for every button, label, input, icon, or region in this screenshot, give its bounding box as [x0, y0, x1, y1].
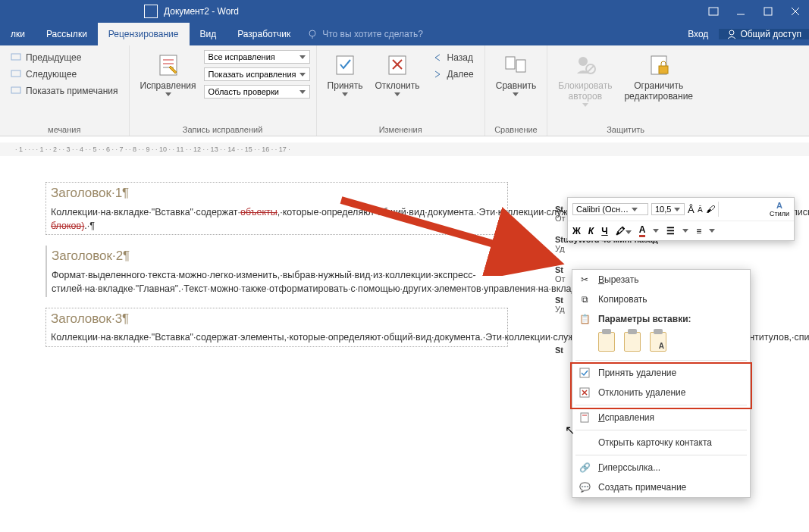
tell-me-label: Что вы хотите сделать?	[322, 29, 423, 39]
comment-icon	[11, 70, 21, 79]
ribbon-display-icon[interactable]	[700, 0, 727, 23]
group-label: Защитить	[552, 124, 699, 134]
paste-options: A	[572, 329, 750, 358]
bulb-icon	[307, 29, 318, 39]
revision-stub[interactable]: StОт	[555, 265, 566, 283]
reviewing-pane-dropdown[interactable]: Область проверки	[204, 85, 310, 99]
signin[interactable]: Вход	[677, 29, 719, 39]
ctx-new-comment[interactable]: 💬Создать примечание	[572, 477, 750, 497]
highlight-icon[interactable]: 🖍	[616, 226, 632, 236]
back-icon	[432, 53, 443, 62]
svg-rect-0	[709, 8, 718, 15]
ribbon-tabs: лки Рассылки Рецензирование Вид Разработ…	[0, 23, 809, 45]
reject-icon	[579, 386, 591, 399]
context-menu: ✂Вырезать ⧉Копировать 📋Параметры вставки…	[572, 269, 751, 498]
next-change[interactable]: Далее	[428, 67, 478, 82]
ctx-accept-deletion[interactable]: Принять удаление	[572, 363, 750, 383]
reject-icon	[387, 54, 408, 77]
group-label: Изменения	[321, 124, 480, 134]
reject-button[interactable]: Отклонить	[368, 49, 425, 99]
close-button[interactable]	[782, 0, 809, 23]
accept-icon	[579, 367, 591, 379]
group-label: Сравнение	[490, 124, 542, 134]
ctx-copy[interactable]: ⧉Копировать	[572, 289, 750, 309]
ctx-reject-deletion[interactable]: Отклонить удаление	[572, 383, 750, 402]
show-markup-dropdown[interactable]: Показать исправления	[204, 67, 310, 81]
revision-stub[interactable]: St	[555, 346, 563, 355]
ctx-hyperlink[interactable]: 🔗Гиперссылка...	[572, 458, 750, 477]
ruler[interactable]: · 1 · · · · 1 · · 2 · · 3 · · 4 · · 5 · …	[0, 142, 809, 156]
track-changes-button[interactable]: Исправления	[134, 49, 202, 99]
share-icon	[726, 29, 737, 39]
heading-3[interactable]: Заголовок·3¶	[51, 310, 503, 329]
window-title: Документ2 - Word	[164, 6, 239, 17]
font-family-dropdown[interactable]: Calibri (Осн…	[572, 203, 648, 215]
prev-comment[interactable]: Предыдущее	[6, 50, 123, 65]
group-label: мечания	[5, 124, 124, 134]
svg-rect-27	[580, 368, 589, 377]
tab-developer[interactable]: Разработчик	[227, 23, 301, 45]
comment-icon: 💬	[579, 481, 591, 493]
maximize-button[interactable]	[754, 0, 782, 23]
ctx-open-contact[interactable]: Открыть карточку контакта	[572, 433, 750, 452]
svg-point-7	[729, 30, 734, 35]
accept-button[interactable]: Принять	[321, 49, 369, 99]
svg-rect-10	[11, 87, 20, 93]
share-button[interactable]: Общий доступ	[719, 29, 809, 39]
heading-1[interactable]: Заголовок·1¶	[51, 184, 503, 203]
paragraph-2[interactable]: Формат·выделенного·текста·можно·легко·из…	[52, 268, 503, 296]
italic-button[interactable]: К	[588, 226, 594, 236]
tab-view[interactable]: Вид	[190, 23, 227, 45]
minimize-button[interactable]	[727, 0, 754, 23]
format-painter-icon[interactable]: 🖌	[706, 204, 715, 214]
ctx-cut[interactable]: ✂Вырезать	[572, 270, 750, 289]
svg-rect-20	[516, 60, 525, 72]
heading-2[interactable]: Заголовок·2¶	[52, 247, 503, 266]
cursor-icon: ↖	[565, 423, 575, 437]
bold-button[interactable]: Ж	[572, 226, 581, 236]
paragraph-3[interactable]: Коллекции·на·вкладке·"Вставка"·содержат·…	[51, 330, 503, 344]
svg-rect-8	[11, 54, 20, 60]
ctx-paste-header: 📋Параметры вставки:	[572, 309, 750, 329]
share-label: Общий доступ	[740, 29, 801, 39]
tell-me[interactable]: Что вы хотите сделать?	[307, 23, 423, 45]
next-comment[interactable]: Следующее	[6, 67, 123, 82]
svg-rect-9	[11, 70, 20, 77]
show-comments[interactable]: Показать примечания	[6, 83, 123, 99]
font-size-dropdown[interactable]: 10,5	[651, 203, 685, 215]
tab-review[interactable]: Рецензирование	[98, 23, 190, 45]
underline-button[interactable]: Ч	[601, 226, 607, 236]
link-icon: 🔗	[579, 462, 591, 474]
revision-stub[interactable]: StУд	[555, 296, 565, 314]
paragraph-1[interactable]: Коллекции·на·вкладке·"Вставка"·содержат·…	[51, 205, 503, 233]
comment-icon	[11, 86, 21, 95]
group-protect: Блокироватьавторов Ограничитьредактирова…	[547, 45, 704, 136]
revision-stub[interactable]: StОт	[555, 205, 566, 223]
compare-icon	[504, 54, 527, 77]
page[interactable]: Заголовок·1¶ Коллекции·на·вкладке·"Встав…	[45, 182, 508, 347]
restrict-editing-button[interactable]: Ограничитьредактирование	[618, 49, 699, 105]
numbering-icon[interactable]: ≡	[696, 226, 701, 236]
block-authors-button: Блокироватьавторов	[552, 49, 618, 110]
display-mode-dropdown[interactable]: Все исправления	[204, 50, 310, 64]
paste-keep-formatting[interactable]	[598, 332, 615, 352]
compare-button[interactable]: Сравнить	[490, 49, 542, 99]
bullets-icon[interactable]: ☰	[666, 226, 675, 236]
font-color-icon[interactable]: A	[639, 224, 646, 237]
shrink-font-icon[interactable]: Ǎ	[698, 205, 703, 214]
group-compare: Сравнить Сравнение	[485, 45, 547, 136]
track-icon	[579, 412, 591, 424]
track-changes-icon	[157, 54, 180, 77]
svg-point-21	[579, 57, 588, 66]
group-changes: Принять Отклонить Назад Далее Изменения	[317, 45, 485, 136]
paste-merge[interactable]	[624, 332, 641, 352]
grow-font-icon[interactable]: Â	[688, 204, 695, 215]
prev-change[interactable]: Назад	[428, 50, 478, 65]
tab-links[interactable]: лки	[0, 23, 36, 45]
cut-icon: ✂	[579, 274, 591, 286]
ctx-track-changes[interactable]: Исправления	[572, 408, 750, 427]
paste-text-only[interactable]: A	[650, 332, 666, 352]
ribbon: Предыдущее Следующее Показать примечания…	[0, 45, 809, 136]
styles-button[interactable]: AСтили	[770, 201, 789, 217]
tab-mailings[interactable]: Рассылки	[36, 23, 98, 45]
